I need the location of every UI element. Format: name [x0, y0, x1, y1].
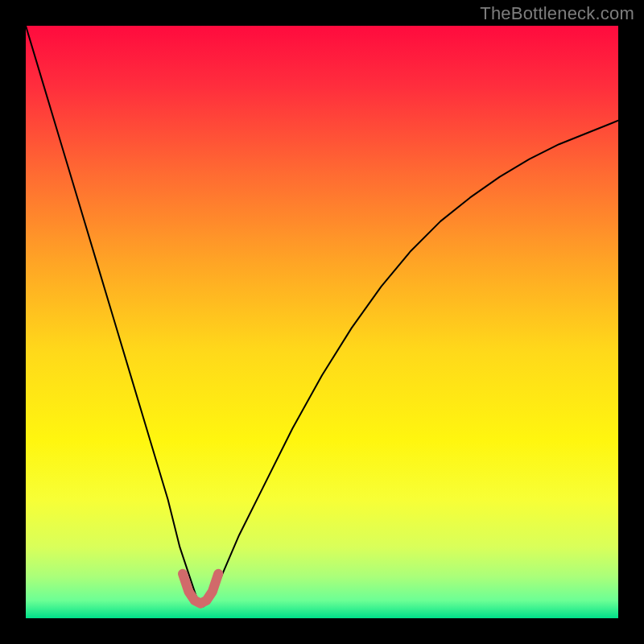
highlight-marker [26, 26, 618, 618]
chart-frame: TheBottleneck.com [0, 0, 644, 644]
plot-area [26, 26, 618, 618]
watermark-text: TheBottleneck.com [480, 3, 634, 24]
